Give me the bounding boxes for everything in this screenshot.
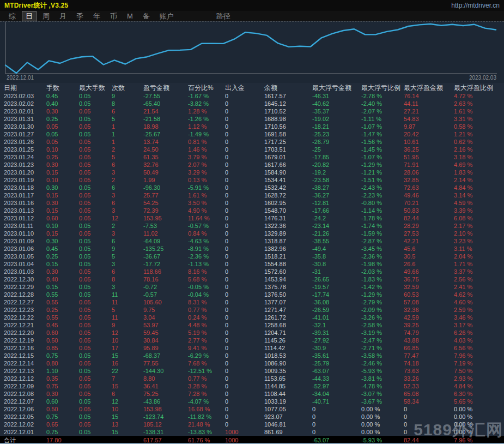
cell-7: 0 <box>225 398 264 405</box>
table-row[interactable]: 2023.02.010.300.05621.541.28 %01710.52-3… <box>0 107 504 115</box>
cell-9: -36.27 <box>312 191 361 199</box>
menu-item-10[interactable]: 账户 <box>156 11 177 21</box>
menu-item-3[interactable]: 周 <box>39 11 53 21</box>
cell-6: 7.28 % <box>188 390 225 398</box>
table-row[interactable]: 2023.01.300.050.05118.981.12 %01710.56-1… <box>0 123 504 130</box>
cell-10: -3.67 % <box>361 398 404 405</box>
cell-6: 8.31 % <box>188 298 225 306</box>
table-row[interactable]: 2022.12.220.550.05113.040.24 %01261.72-4… <box>0 314 504 321</box>
table-row[interactable]: 2023.02.020.400.058-65.40-3.82 %01645.12… <box>0 100 504 107</box>
menu-item-9[interactable]: 备 <box>139 11 153 21</box>
cell-8: 1717.25 <box>264 138 312 146</box>
table-row[interactable]: 2022.12.080.300.05675.257.28 %01108.44-3… <box>0 390 504 398</box>
table-row[interactable]: 2023.01.250.100.05224.501.46 %01703.51-2… <box>0 146 504 153</box>
cell-12: 1.21 % <box>454 130 504 138</box>
table-row[interactable]: 2022.12.140.800.051677.557.68 %01086.90-… <box>0 359 504 367</box>
menu-item-4[interactable]: 月 <box>56 11 70 21</box>
menu-item-7[interactable]: 币 <box>107 11 120 21</box>
table-row[interactable]: 2022.12.270.550.0511105.608.31 %01377.07… <box>0 298 504 306</box>
menu-item-1[interactable]: 综 <box>5 11 19 21</box>
table-row[interactable]: 2023.01.270.050.051-25.67-1.49 %01691.58… <box>0 130 504 138</box>
table-row[interactable]: 2023.01.120.600.0512153.9511.64 %01476.3… <box>0 214 504 222</box>
cell-7: 0 <box>225 352 264 359</box>
cell-8: 1114.42 <box>264 344 312 352</box>
cell-12: 2.14 % <box>454 176 504 184</box>
table-row[interactable]: 2022.12.160.850.051795.899.41 %01114.42-… <box>0 344 504 352</box>
table-row[interactable]: 2022.12.280.550.0511-0.57-0.04 %01376.50… <box>0 291 504 298</box>
table-row[interactable]: 2022.12.300.400.05878.165.68 %01453.94-2… <box>0 275 504 283</box>
cell-9: -25.23 <box>312 130 361 138</box>
cell-5: 13.74 <box>143 138 188 146</box>
cell-6: 16.68 % <box>188 405 225 413</box>
cell-8: 1554.88 <box>264 260 312 268</box>
cell-6: 0.77 % <box>188 375 225 382</box>
table-row[interactable]: 2022.12.050.750.0515-123.74-11.82 %0923.… <box>0 413 504 421</box>
table-row[interactable]: 2023.01.100.150.05311.020.84 %01329.89-2… <box>0 230 504 237</box>
cell-5: 153.98 <box>143 405 188 413</box>
cell-11: 49.46 <box>404 191 454 199</box>
cell-4: 5 <box>112 253 143 260</box>
table-row[interactable]: 2022.12.060.500.0510153.9816.68 %01077.0… <box>0 405 504 413</box>
table-row[interactable]: 2023.01.060.450.059-135.25-8.91 %01382.9… <box>0 245 504 253</box>
table-row[interactable]: 2023.01.130.150.05372.394.90 %01548.70-1… <box>0 207 504 214</box>
table-row[interactable]: 2022.12.210.450.05953.974.48 %01258.68-3… <box>0 321 504 329</box>
table-row[interactable]: 2023.01.230.300.05632.762.07 %01617.66-2… <box>0 161 504 169</box>
cell-9: -19.02 <box>312 115 361 123</box>
cell-6: -13.83 % <box>188 428 225 436</box>
cell-2: 0.15 <box>46 207 79 214</box>
column-header-9: 最大浮亏金额 <box>312 84 361 92</box>
table-row[interactable]: 2023.01.180.300.056-96.30-5.91 %01532.42… <box>0 184 504 191</box>
menu-item-path[interactable]: 路径 <box>213 11 234 21</box>
table-row[interactable]: 2023.01.050.250.055-36.67-2.36 %01518.21… <box>0 253 504 260</box>
menu-item-5[interactable]: 季 <box>73 11 87 21</box>
menu-item-6[interactable]: 年 <box>90 11 104 21</box>
table-row[interactable]: 2022.12.090.750.051536.413.28 %01144.85-… <box>0 382 504 390</box>
cell-4: 6 <box>112 107 143 115</box>
cell-12: 4.84 % <box>454 184 504 191</box>
table-row[interactable]: 2023.01.040.150.053-17.72-1.13 %01554.88… <box>0 260 504 268</box>
cell-8: 1204.71 <box>264 329 312 337</box>
cell-7: 0 <box>225 130 264 138</box>
table-row[interactable]: 2023.02.030.450.059-27.55-1.67 %01617.57… <box>0 92 504 100</box>
column-header-7: 出入金 <box>225 84 264 92</box>
cell-2: 0.45 <box>46 92 79 100</box>
table-row[interactable]: 2023.01.030.300.056118.668.16 %01572.60-… <box>0 268 504 275</box>
table-row[interactable]: 2022.12.190.500.051030.842.77 %01145.26-… <box>0 337 504 344</box>
table-row[interactable]: 2023.01.310.250.055-21.58-1.26 %01688.98… <box>0 115 504 123</box>
table-row[interactable]: 2023.01.110.100.052-7.53-0.57 %01322.36-… <box>0 222 504 230</box>
table-row[interactable]: 2022.12.120.350.0578.800.77 %01153.65-44… <box>0 375 504 382</box>
cell-6: -1.26 % <box>188 115 225 123</box>
table-row[interactable]: 2022.12.200.600.051259.455.19 %01204.71-… <box>0 329 504 337</box>
table-row[interactable]: 2022.12.150.750.0515-68.37-6.29 %01018.5… <box>0 352 504 359</box>
column-header-11: 最大浮盈金额 <box>404 84 454 92</box>
table-row[interactable]: 2022.12.230.250.0559.750.77 %01271.47-26… <box>0 306 504 314</box>
table-row[interactable]: 2023.01.240.250.05561.353.79 %01679.01-1… <box>0 153 504 161</box>
cell-9: -35.61 <box>312 352 361 359</box>
table-row[interactable]: 2022.12.010.750.0515-138.31-13.83 %10008… <box>0 428 504 436</box>
menu-item-2[interactable]: 日 <box>22 11 36 21</box>
cell-9: -17.66 <box>312 207 361 214</box>
table-row[interactable]: 2022.12.290.150.053-0.72-0.05 %01375.78-… <box>0 283 504 291</box>
menu-item-8[interactable]: M <box>124 11 136 21</box>
table-row[interactable]: 2023.01.190.100.0521.990.13 %01534.41-23… <box>0 176 504 184</box>
cell-1: 2022.12.22 <box>4 314 46 321</box>
cell-11: 76.14 <box>404 92 454 100</box>
cell-3: 0.05 <box>79 199 112 207</box>
cell-12: 2.17 % <box>454 222 504 230</box>
cell-12: 4.84 % <box>454 382 504 390</box>
table-row[interactable]: 2023.01.260.050.05113.740.81 %01717.25-2… <box>0 138 504 146</box>
cell-11: 50.83 <box>404 207 454 214</box>
table-row[interactable]: 2022.12.020.650.0513185.1221.48 %01046.8… <box>0 421 504 428</box>
column-header-5: 盈亏金额 <box>143 84 188 92</box>
table-row[interactable]: 2022.12.131.100.0522-144.30-12.51 %01009… <box>0 367 504 375</box>
menu-bar: 综日周月季年币M备账户 路径 <box>0 11 504 21</box>
table-row[interactable]: 2023.01.170.150.05325.771.61 %01628.72-3… <box>0 191 504 199</box>
cell-2: 0.50 <box>46 337 79 344</box>
cell-1: 2023.01.23 <box>4 161 46 169</box>
table-row[interactable]: 2023.01.200.150.05350.493.29 %01584.90-1… <box>0 169 504 176</box>
cell-12: 4.69 % <box>454 161 504 169</box>
table-row[interactable]: 2023.01.160.300.05654.253.50 %01602.95-1… <box>0 199 504 207</box>
table-row[interactable]: 2023.01.090.300.056-64.09-4.63 %01318.87… <box>0 237 504 245</box>
table-row[interactable]: 2022.12.070.600.0512-43.86-4.07 %01033.1… <box>0 398 504 405</box>
cell-4: 10 <box>112 405 143 413</box>
